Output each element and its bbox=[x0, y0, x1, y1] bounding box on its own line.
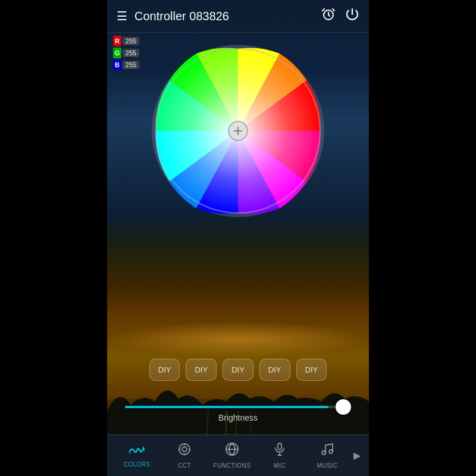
brightness-label: Brightness bbox=[125, 413, 351, 422]
menu-icon[interactable]: ☰ bbox=[117, 9, 127, 23]
cct-label: CCT bbox=[178, 462, 191, 469]
r-value: 255 bbox=[123, 37, 139, 45]
phone-frame: ☰ Controller 083826 R 255 G 255 bbox=[107, 0, 369, 476]
diy-button-5[interactable]: DIY bbox=[296, 359, 327, 381]
b-value: 255 bbox=[123, 61, 139, 69]
nav-item-cct[interactable]: CCT bbox=[161, 437, 208, 474]
brightness-slider-track[interactable] bbox=[125, 406, 351, 408]
nav-item-music[interactable]: MUSIC bbox=[303, 437, 351, 474]
bottom-nav: COLORS CCT bbox=[107, 434, 369, 476]
brightness-section: Brightness bbox=[107, 406, 369, 422]
diy-button-4[interactable]: DIY bbox=[259, 359, 290, 381]
r-row: R 255 bbox=[113, 36, 139, 46]
r-label: R bbox=[113, 36, 121, 46]
rgb-display: R 255 G 255 B 255 bbox=[113, 36, 139, 70]
g-value: 255 bbox=[123, 49, 139, 57]
cct-icon bbox=[177, 442, 192, 460]
horizon-glow bbox=[107, 321, 369, 357]
functions-icon bbox=[225, 442, 239, 460]
svg-point-15 bbox=[182, 447, 187, 452]
svg-point-25 bbox=[322, 451, 325, 455]
brightness-slider-thumb[interactable] bbox=[336, 399, 351, 415]
power-icon[interactable] bbox=[345, 7, 359, 25]
music-icon bbox=[320, 442, 334, 460]
svg-point-14 bbox=[179, 444, 190, 455]
nav-arrow[interactable]: ▶ bbox=[351, 450, 363, 461]
g-label: G bbox=[113, 48, 121, 58]
brightness-slider-fill bbox=[125, 406, 328, 408]
functions-label: FUNCTIONS bbox=[214, 462, 251, 469]
mic-icon bbox=[273, 442, 287, 460]
color-wheel-container[interactable] bbox=[149, 42, 327, 220]
b-label: B bbox=[113, 60, 121, 70]
nav-item-functions[interactable]: FUNCTIONS bbox=[208, 437, 256, 474]
nav-item-mic[interactable]: MIC bbox=[256, 437, 303, 474]
mic-label: MIC bbox=[274, 462, 286, 469]
diy-button-3[interactable]: DIY bbox=[223, 359, 253, 381]
diy-button-1[interactable]: DIY bbox=[149, 359, 180, 381]
color-wheel-svg[interactable] bbox=[149, 42, 327, 220]
diy-buttons-row: DIY DIY DIY DIY DIY bbox=[107, 359, 369, 381]
diy-button-2[interactable]: DIY bbox=[186, 359, 217, 381]
alarm-icon[interactable] bbox=[321, 7, 336, 25]
header: ☰ Controller 083826 bbox=[107, 0, 369, 33]
svg-rect-22 bbox=[278, 443, 281, 450]
nav-item-colors[interactable]: COLORS bbox=[113, 439, 161, 472]
colors-label: COLORS bbox=[123, 461, 150, 468]
colors-icon bbox=[129, 443, 145, 459]
b-row: B 255 bbox=[113, 60, 139, 70]
music-label: MUSIC bbox=[317, 462, 338, 469]
g-row: G 255 bbox=[113, 48, 139, 58]
header-title: Controller 083826 bbox=[134, 10, 312, 23]
